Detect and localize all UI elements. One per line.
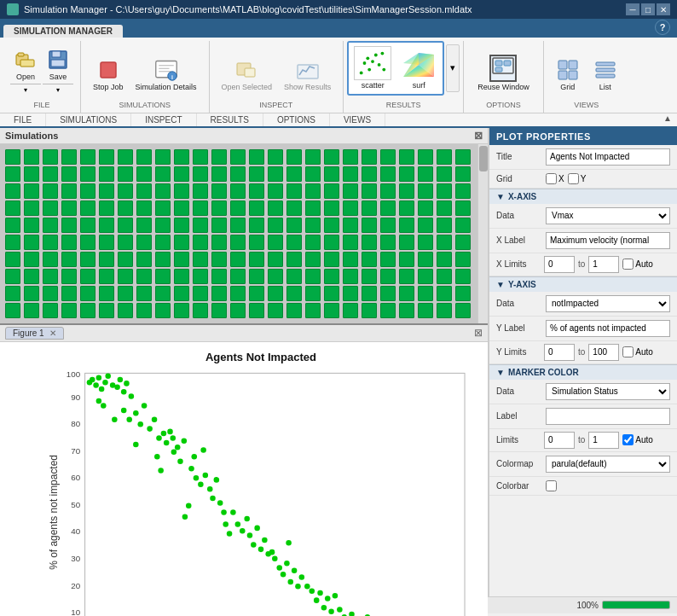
sim-cell[interactable]: [61, 303, 77, 318]
sim-cell[interactable]: [99, 286, 114, 301]
sim-cell[interactable]: [343, 269, 358, 284]
sim-cell[interactable]: [305, 252, 321, 267]
open-button[interactable]: Open: [10, 44, 41, 84]
sim-cell[interactable]: [380, 200, 396, 216]
sim-cell[interactable]: [24, 200, 39, 216]
sim-cell[interactable]: [455, 235, 471, 250]
sim-cell[interactable]: [211, 303, 227, 318]
sim-cell[interactable]: [399, 235, 414, 250]
sim-cell[interactable]: [230, 200, 246, 216]
sim-cell[interactable]: [362, 166, 377, 182]
sim-cell[interactable]: [193, 149, 208, 165]
save-arrow[interactable]: ▾: [43, 84, 73, 96]
sim-cell[interactable]: [268, 218, 283, 233]
sim-cell[interactable]: [118, 200, 133, 216]
sim-cell[interactable]: [399, 166, 414, 182]
sim-cell[interactable]: [118, 218, 133, 233]
sim-cell[interactable]: [343, 303, 358, 318]
sim-cell[interactable]: [174, 218, 189, 233]
sim-cell[interactable]: [286, 218, 302, 233]
sim-cell[interactable]: [193, 183, 208, 199]
sim-cell[interactable]: [305, 303, 321, 318]
sim-cell[interactable]: [455, 252, 471, 267]
sim-cell[interactable]: [5, 183, 20, 199]
sim-cell[interactable]: [418, 183, 433, 199]
sim-cell[interactable]: [24, 286, 39, 301]
sim-cell[interactable]: [211, 200, 227, 216]
sim-cell[interactable]: [399, 303, 414, 318]
sim-cell[interactable]: [80, 252, 95, 267]
y-limits-min[interactable]: [544, 344, 575, 361]
sim-cell[interactable]: [268, 269, 283, 284]
sim-cell[interactable]: [43, 200, 58, 216]
sim-cell[interactable]: [324, 303, 339, 318]
sim-cell[interactable]: [305, 218, 321, 233]
sim-cell[interactable]: [437, 286, 452, 301]
sim-cell[interactable]: [99, 269, 114, 284]
minimize-button[interactable]: ─: [626, 3, 639, 15]
show-results-button[interactable]: Show Results: [279, 55, 336, 96]
x-limits-min[interactable]: [544, 256, 575, 273]
sim-cell[interactable]: [380, 252, 396, 267]
sim-cell[interactable]: [136, 149, 152, 165]
sim-cell[interactable]: [399, 218, 414, 233]
sim-cell[interactable]: [43, 166, 58, 182]
sim-cell[interactable]: [61, 252, 77, 267]
sim-cell[interactable]: [399, 252, 414, 267]
sim-cell[interactable]: [136, 269, 152, 284]
surf-button[interactable]: surf: [396, 44, 441, 92]
sim-cell[interactable]: [230, 303, 246, 318]
sim-cell[interactable]: [249, 303, 264, 318]
sim-cell[interactable]: [437, 149, 452, 165]
ribbon-collapse-icon[interactable]: ▲: [663, 113, 672, 123]
sim-cell[interactable]: [193, 166, 208, 182]
sim-cell[interactable]: [305, 183, 321, 199]
sim-cell[interactable]: [155, 200, 171, 216]
sim-cell[interactable]: [174, 183, 189, 199]
sim-cell[interactable]: [99, 166, 114, 182]
sim-cell[interactable]: [61, 200, 77, 216]
sim-cell[interactable]: [174, 200, 189, 216]
x-axis-section[interactable]: ▼ X-AXIS: [489, 189, 677, 204]
sim-cell[interactable]: [211, 286, 227, 301]
figure-tab[interactable]: Figure 1 ✕: [5, 327, 64, 340]
stop-job-button[interactable]: Stop Job: [88, 55, 129, 96]
sim-cell[interactable]: [99, 252, 114, 267]
sim-cell[interactable]: [230, 235, 246, 250]
sim-cell[interactable]: [24, 218, 39, 233]
sim-cell[interactable]: [418, 200, 433, 216]
sim-cell[interactable]: [437, 252, 452, 267]
sim-cell[interactable]: [418, 235, 433, 250]
sim-cell[interactable]: [5, 286, 20, 301]
sim-cell[interactable]: [155, 269, 171, 284]
sim-cell[interactable]: [211, 252, 227, 267]
sim-cell[interactable]: [99, 200, 114, 216]
sim-cell[interactable]: [249, 149, 264, 165]
ribbon-cat-results[interactable]: RESULTS: [197, 113, 263, 126]
sim-cell[interactable]: [399, 269, 414, 284]
sim-cell[interactable]: [230, 166, 246, 182]
sim-cell[interactable]: [362, 183, 377, 199]
sim-cell[interactable]: [99, 183, 114, 199]
sim-cell[interactable]: [80, 166, 95, 182]
sim-cell[interactable]: [455, 303, 471, 318]
sim-cell[interactable]: [5, 269, 20, 284]
sim-cell[interactable]: [211, 149, 227, 165]
sim-cell[interactable]: [437, 183, 452, 199]
mc-auto-checkbox[interactable]: [622, 434, 634, 445]
sim-cell[interactable]: [230, 183, 246, 199]
sim-cell[interactable]: [286, 183, 302, 199]
ribbon-cat-simulations[interactable]: SIMULATIONS: [46, 113, 131, 126]
sim-cell[interactable]: [380, 269, 396, 284]
sim-cell[interactable]: [211, 183, 227, 199]
sim-cell[interactable]: [118, 235, 133, 250]
sim-cell[interactable]: [136, 235, 152, 250]
title-input[interactable]: [546, 148, 670, 166]
sim-cell[interactable]: [324, 218, 339, 233]
sim-cell[interactable]: [5, 149, 20, 165]
sim-cell[interactable]: [324, 286, 339, 301]
simulation-details-button[interactable]: i Simulation Details: [130, 55, 202, 96]
sim-cell[interactable]: [80, 200, 95, 216]
y-label-input[interactable]: [546, 320, 670, 337]
list-view-button[interactable]: List: [588, 55, 622, 96]
